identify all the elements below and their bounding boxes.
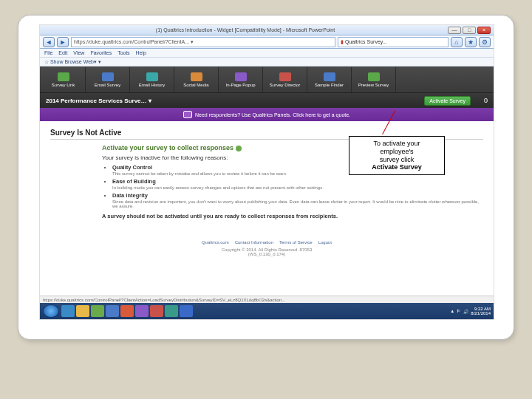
toolbar-email-history[interactable]: Email History	[130, 67, 174, 92]
toolbar-in-page-popup[interactable]: In-Page Popup	[219, 67, 263, 92]
in-page-popup-icon	[235, 72, 247, 81]
footer-link-contact-information[interactable]: Contact Information	[235, 240, 273, 245]
windows-taskbar: ▲ 🏳 🔊 9:22 AM 8/21/2014	[40, 303, 494, 319]
maximize-button[interactable]: □	[463, 27, 476, 34]
menu-edit[interactable]: Edit	[58, 50, 67, 55]
toolbar-preview-survey[interactable]: Preview Survey	[352, 67, 396, 92]
browser-tab[interactable]: ▮Qualtrics Survey...	[338, 37, 449, 47]
taskbar-app-icon[interactable]	[135, 305, 149, 317]
tray-icon[interactable]: 🏳	[457, 309, 461, 313]
survey-director-icon	[279, 72, 291, 81]
taskbar-app-icon[interactable]	[91, 305, 104, 317]
toolbar-survey-director[interactable]: Survey Director	[263, 67, 307, 92]
address-bar: ◄ ► https://duke.qualtrics.com/ControlPa…	[40, 35, 494, 49]
promo-text: Need respondents? Use Qualtrics Panels. …	[195, 112, 350, 117]
taskbar-app-icon[interactable]	[106, 305, 119, 317]
footer-link-logout[interactable]: Logout	[318, 240, 332, 245]
toolbar-survey-link[interactable]: Survey Link	[41, 67, 86, 92]
taskbar-app-icon[interactable]	[61, 305, 75, 317]
toolbar-sample-finder[interactable]: Sample Finder	[307, 67, 352, 92]
preview-survey-icon	[368, 72, 380, 81]
menu-view[interactable]: View	[73, 50, 84, 55]
footer-link-qualtrics.com[interactable]: Qualtrics.com	[202, 240, 229, 245]
qualtrics-toolbar: Survey LinkEmail SurveyEmail HistorySoci…	[40, 66, 494, 93]
back-button[interactable]: ◄	[43, 37, 55, 47]
checkmark-icon	[236, 146, 242, 151]
system-tray: ▲ 🏳 🔊 9:22 AM 8/21/2014	[450, 307, 491, 316]
toolbar-email-survey[interactable]: Email Survey	[86, 67, 130, 92]
panel-icon	[183, 111, 192, 118]
favorites-bar: ☆ Show Browse Web▾ ▾	[40, 58, 494, 66]
status-bar: https://duke.qualtrics.com/ControlPanel/…	[40, 296, 494, 303]
start-button[interactable]	[43, 304, 59, 318]
taskbar-app-icon[interactable]	[150, 305, 163, 317]
menu-file[interactable]: File	[44, 50, 52, 55]
taskbar-app-icon[interactable]	[76, 305, 89, 317]
menu-favorites[interactable]: Favorites	[90, 50, 112, 55]
social-media-icon	[191, 72, 202, 81]
menu-bar: FileEditViewFavoritesToolsHelp	[40, 49, 494, 58]
footer-link-terms-of-service[interactable]: Terms of Service	[279, 240, 313, 245]
sample-finder-icon	[324, 72, 335, 81]
home-button[interactable]: ⌂	[451, 37, 463, 47]
close-button[interactable]: ×	[477, 27, 491, 34]
taskbar-app-icon[interactable]	[180, 305, 193, 317]
clock[interactable]: 9:22 AM 8/21/2014	[471, 307, 491, 316]
forward-button[interactable]: ►	[57, 37, 69, 47]
response-count: 0	[484, 97, 488, 104]
menu-help[interactable]: Help	[136, 50, 146, 55]
callout-box: To activate your employee's survey click…	[349, 136, 445, 175]
window-title: (1) Qualtrics Introduction - Widget [Com…	[156, 27, 335, 33]
menu-tools[interactable]: Tools	[117, 50, 129, 55]
toolbar-social-media[interactable]: Social Media	[174, 67, 219, 92]
survey-link-icon	[58, 72, 69, 81]
email-history-icon	[146, 72, 158, 81]
ip-text: (WS_0.130_0.174)	[50, 252, 483, 256]
activation-warning: A survey should not be activated until y…	[102, 213, 483, 219]
page-footer: Qualtrics.comContact InformationTerms of…	[50, 240, 483, 256]
title-bar: (1) Qualtrics Introduction - Widget [Com…	[40, 25, 494, 35]
tray-icon[interactable]: ▲	[450, 309, 454, 313]
email-survey-icon	[102, 72, 114, 81]
tools-button[interactable]: ⚙	[479, 37, 491, 47]
survey-title-bar: 2014 Performance Services Surve… ▾ Activ…	[40, 93, 494, 108]
favorites-item[interactable]: ☆ Show Browse Web▾ ▾	[44, 59, 101, 65]
window-controls: — □ ×	[448, 27, 491, 34]
taskbar-app-icon[interactable]	[120, 305, 134, 317]
reason-item: Ease of BuildingIn building mode you can…	[112, 178, 483, 190]
favorites-button[interactable]: ★	[465, 37, 477, 47]
taskbar-app-icon[interactable]	[165, 305, 178, 317]
minimize-button[interactable]: —	[448, 27, 461, 34]
browser-window: (1) Qualtrics Introduction - Widget [Com…	[39, 24, 494, 320]
reason-item: Data IntegritySince data and revision ar…	[112, 192, 483, 208]
activate-survey-button[interactable]: Activate Survey	[424, 96, 471, 106]
url-input[interactable]: https://duke.qualtrics.com/ControlPanel/…	[71, 37, 335, 47]
promo-banner[interactable]: Need respondents? Use Qualtrics Panels. …	[40, 108, 494, 121]
survey-title[interactable]: 2014 Performance Services Surve… ▾	[46, 98, 151, 104]
tray-icon[interactable]: 🔊	[463, 309, 468, 314]
slide-frame: (1) Qualtrics Introduction - Widget [Com…	[18, 15, 514, 340]
